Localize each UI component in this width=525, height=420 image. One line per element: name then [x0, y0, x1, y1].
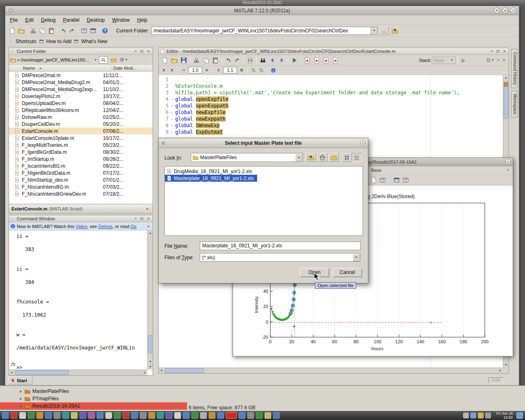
scroll-up-arrow[interactable]	[148, 231, 153, 236]
shortcut-how-to-add[interactable]: How to Add	[46, 39, 71, 44]
file-row[interactable]: F_NImStartup_dev.m07/01/2...	[9, 176, 153, 183]
new-file-button[interactable]	[8, 26, 17, 35]
command-window-header[interactable]: Command Window	[9, 215, 153, 222]
grid-view-button[interactable]	[342, 153, 352, 162]
taskbar-app-icon[interactable]	[80, 412, 86, 419]
banner-close-button[interactable]	[146, 224, 151, 229]
panel-maximize-button[interactable]	[139, 216, 145, 221]
menu-desktop[interactable]: Desktop	[83, 16, 108, 24]
details-collapse-button[interactable]	[144, 206, 150, 212]
editor-open-button[interactable]	[170, 56, 179, 64]
editor-cut-button[interactable]	[192, 56, 201, 64]
menu-parallel[interactable]: Parallel	[59, 16, 83, 24]
editor-print-button[interactable]	[246, 56, 255, 64]
scroll-right-arrow[interactable]	[498, 368, 503, 373]
console-output[interactable]: ii = 383 ii = 384 fhconsole = 173.1062 w…	[9, 231, 147, 370]
code-line[interactable]: 3%[file,path] = uiputfile('.mat','Create…	[159, 89, 503, 96]
type-dropdown-button[interactable]	[353, 254, 360, 261]
menu-file[interactable]: File	[6, 16, 21, 24]
breakpoint-button[interactable]	[312, 56, 321, 64]
file-row[interactable]: DshowRaw.m02/25/2...	[9, 114, 153, 121]
panel-maximize-button[interactable]	[139, 49, 145, 54]
taskbar-app-icon[interactable]	[209, 412, 215, 419]
tray-icon[interactable]	[485, 413, 491, 418]
look-in-dropdown[interactable]: MasterPlateFiles	[191, 153, 303, 162]
editor-copy-button[interactable]	[201, 56, 210, 64]
home-button[interactable]	[317, 153, 327, 162]
show-desktop-button[interactable]	[516, 412, 523, 419]
taskbar-app-icon[interactable]	[2, 412, 9, 419]
file-row[interactable]: F_ImStartup.m06/26/2...	[9, 155, 153, 162]
taskbar-app-icon[interactable]	[247, 412, 254, 419]
editor-dock-button[interactable]	[495, 57, 501, 63]
window-icon[interactable]	[393, 177, 400, 183]
editor-undo-button[interactable]	[224, 56, 233, 64]
copy-button[interactable]	[38, 26, 47, 35]
fx-prompt-icon[interactable]: fx	[11, 361, 15, 367]
maximize-button[interactable]	[502, 7, 508, 14]
scrollbar-thumb[interactable]	[15, 370, 68, 375]
cancel-button[interactable]: Cancel	[333, 268, 362, 277]
code-line[interactable]: 5-global openExppath	[159, 103, 503, 109]
file-row[interactable]: DMPexcel2mat.m11/11/2...	[9, 72, 153, 79]
up-directory-button[interactable]	[390, 26, 399, 35]
paste-button[interactable]	[47, 26, 56, 35]
breakpoint-button[interactable]	[322, 56, 331, 64]
panel-undock-button[interactable]	[132, 216, 138, 221]
scroll-down-arrow[interactable]	[148, 359, 153, 364]
file-row[interactable]: DoverlayPlots2.m10/17/2...	[9, 93, 153, 100]
editor-run-button[interactable]	[290, 56, 299, 64]
refresh-folder-button[interactable]	[109, 55, 118, 64]
open-file-button[interactable]	[17, 26, 26, 35]
file-row[interactable]: F_IgenBkGrdData.m08/30/2...	[9, 148, 153, 155]
panel-close-button[interactable]	[146, 216, 151, 221]
file-row[interactable]: DReplicate96to384conv.m12/04/2...	[9, 107, 153, 114]
look-in-dropdown-button[interactable]	[295, 154, 302, 161]
taskbar-app-icon[interactable]	[131, 412, 138, 419]
dialog-file-row[interactable]: DrugMedia_16_0921_MI_yor1-2.xls	[165, 168, 256, 175]
dialog-close-button[interactable]	[360, 140, 366, 146]
command-history-tab[interactable]: Command History	[511, 49, 518, 88]
editor-undock-button[interactable]	[488, 49, 494, 54]
file-row[interactable]: F_lexpMultiTseries.m05/23/2...	[9, 142, 153, 148]
editor-close-button[interactable]	[502, 49, 507, 54]
editor-find-button[interactable]	[258, 56, 267, 64]
column-divider[interactable]	[111, 65, 111, 72]
taskbar-app-icon[interactable]	[148, 412, 155, 419]
menu-window[interactable]: Window	[109, 16, 134, 24]
figure-close-button[interactable]	[505, 159, 511, 164]
tree-item[interactable]: Results2016-10-25A1	[0, 402, 187, 410]
file-row[interactable]: F_NIscanIntensBG.m07/03/2...	[9, 183, 153, 190]
taskbar-app-icon[interactable]	[114, 412, 121, 419]
breadcrumb[interactable]: « InovImager_jwrCF_WINLinx150...	[17, 57, 93, 62]
file-list-column-headers[interactable]: Name Date Mod...	[9, 65, 153, 72]
tree-item[interactable]: MasterPlateFiles	[0, 388, 187, 395]
scroll-left-arrow[interactable]	[159, 368, 164, 373]
increase-value-button[interactable]	[203, 67, 210, 73]
file-row[interactable]: DsuperCellDev.m05/20/2...	[9, 121, 153, 128]
column-header-date[interactable]: Date Mod...	[113, 66, 137, 71]
code-line[interactable]: 7-global newExppath	[159, 116, 503, 122]
console-vertical-scrollbar[interactable]	[147, 231, 153, 370]
figure-pin-button[interactable]	[505, 167, 511, 173]
stack-dropdown[interactable]: Base	[432, 57, 456, 64]
divide-value-button[interactable]	[215, 67, 222, 73]
decrease-value-button[interactable]	[180, 67, 187, 73]
breakpoint-button[interactable]	[303, 56, 312, 64]
menu-edit[interactable]: Edit	[21, 16, 37, 24]
file-row[interactable]: EstartConsole10plate.m10/17/2...	[9, 135, 153, 142]
taskbar-app-icon[interactable]	[265, 412, 271, 419]
folder-actions-button[interactable]	[119, 55, 128, 64]
file-row[interactable]: F_NIgenBkGrdData.m07/17/2...	[9, 169, 153, 176]
editor-layout-button[interactable]	[486, 56, 495, 64]
current-folder-header[interactable]: Current Folder	[9, 48, 153, 55]
panel-close-button[interactable]	[146, 49, 151, 54]
scroll-left-arrow[interactable]	[9, 370, 14, 375]
scroll-up-arrow[interactable]	[503, 75, 509, 80]
scroll-down-arrow[interactable]	[148, 364, 153, 370]
taskbar-app-icon[interactable]	[71, 412, 78, 419]
scrollbar-thumb[interactable]	[148, 335, 152, 354]
cell-info-button[interactable]: i	[270, 67, 276, 73]
editor-close-file-button[interactable]	[501, 57, 507, 63]
simulink-button[interactable]	[80, 26, 89, 35]
